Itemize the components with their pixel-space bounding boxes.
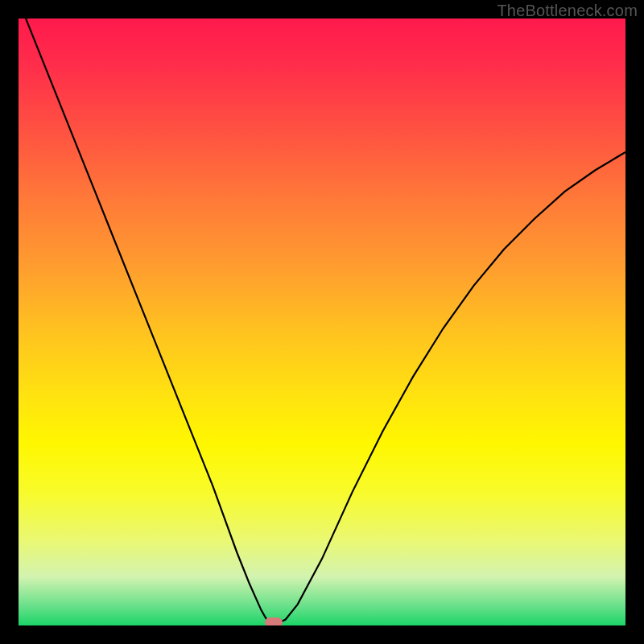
optimal-marker xyxy=(265,617,283,625)
watermark-text: TheBottleneck.com xyxy=(497,2,638,20)
chart-frame: TheBottleneck.com xyxy=(0,0,644,644)
bottleneck-curve xyxy=(19,19,625,625)
plot-area xyxy=(19,19,625,625)
